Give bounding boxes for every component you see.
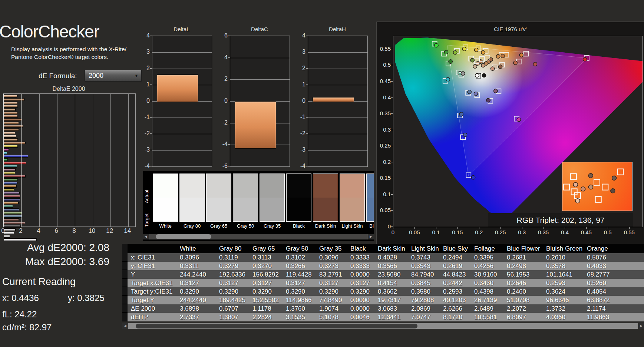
deltae-bar <box>4 168 16 171</box>
measured-marker <box>498 65 502 69</box>
deltae-bar <box>4 108 16 111</box>
deltae-bar <box>4 205 13 208</box>
measured-marker <box>588 185 593 189</box>
table-cell: 0.4256 <box>471 262 503 270</box>
scroll-right-button[interactable]: ▶ <box>368 234 374 239</box>
table-cell: 0.3743 <box>408 253 440 262</box>
measured-marker <box>486 98 490 102</box>
y-tick-mark <box>306 150 308 150</box>
deltah-title: DeltaH <box>308 26 367 32</box>
table-cell: 0.3119 <box>216 253 249 262</box>
deltac-chart <box>230 36 290 167</box>
target-marker <box>571 189 577 195</box>
table-cell: 0.3430 <box>471 279 503 287</box>
y-tick-label: 4 <box>140 32 150 39</box>
cie-x-tick-mark <box>501 227 501 229</box>
table-cell: 101.1641 <box>543 270 584 279</box>
x-tick-label: 2 <box>13 227 28 235</box>
table-cell: 40.1203 <box>440 296 471 304</box>
table-cell: 96.6346 <box>543 296 584 304</box>
table-cell: 0.2593 <box>440 287 471 296</box>
y-tick-label: 6 <box>218 32 228 39</box>
table-scrollbar[interactable]: ◀▶ <box>122 323 644 329</box>
color-swatch <box>206 174 231 222</box>
cie-y-tick-mark <box>391 146 393 146</box>
deltae-bar <box>4 158 8 161</box>
page-title: ColorChecker <box>0 22 99 42</box>
scroll-left-button[interactable]: ◀ <box>122 323 128 329</box>
table-cell: 84.7940 <box>408 270 440 279</box>
row-label: y: CIE31 <box>128 262 176 270</box>
deltae-bar <box>4 142 26 144</box>
row-stub <box>122 253 128 262</box>
scrollbar-thumb[interactable] <box>136 324 417 328</box>
current-cdm2: cd/m²: 82.97 <box>2 322 52 333</box>
y-tick-mark <box>228 36 230 36</box>
cie-inset-svg <box>562 162 631 210</box>
table-cell: 0.4033 <box>584 262 644 270</box>
cie-y-tick-mark <box>391 162 393 162</box>
gridline <box>308 52 367 53</box>
gridline <box>308 69 367 69</box>
scrollbar-track[interactable] <box>128 323 638 329</box>
current-fl: fL: 24.22 <box>2 309 37 320</box>
table-cell: 0.3096 <box>176 253 216 262</box>
swatch-label: Light Skin <box>340 223 365 229</box>
deltae-bar <box>4 115 18 118</box>
table-cell: 56.1953 <box>503 270 543 279</box>
y-tick-mark <box>150 36 152 36</box>
table-cell: 44.8423 <box>440 270 471 279</box>
cie-x-tick-label: 0.45 <box>579 229 594 235</box>
measured-marker <box>461 72 465 75</box>
table-cell: 0.3290 <box>347 287 374 296</box>
table-cell: 0.3290 <box>316 287 347 296</box>
swatch-label: Gray 50 <box>233 223 258 229</box>
scrollbar-track[interactable] <box>149 234 368 239</box>
swatch-scrollbar[interactable]: ◀▶ <box>143 234 374 239</box>
row-stub <box>122 304 128 313</box>
table-cell: 0.3127 <box>283 279 316 287</box>
table-cell: 0.2494 <box>440 253 471 262</box>
measured-marker <box>611 189 615 193</box>
scroll-right-button[interactable]: ▶ <box>638 323 644 329</box>
table-cell: 0.3290 <box>176 287 216 296</box>
swatch-target <box>287 198 311 221</box>
measured-marker <box>491 67 494 70</box>
cie-y-tick-label: 0.5 <box>377 62 391 68</box>
scroll-left-button[interactable]: ◀ <box>143 234 149 239</box>
scrollbar-thumb[interactable] <box>156 234 211 239</box>
de-formula-dropdown[interactable]: 2000 ▼ <box>85 70 142 82</box>
measured-marker <box>517 118 521 122</box>
column-header: Orange <box>584 244 644 253</box>
gridline <box>128 94 129 227</box>
swatch-target <box>180 198 204 221</box>
row-stub <box>122 296 128 304</box>
measured-marker <box>449 60 452 63</box>
column-header: Foliage <box>471 244 503 253</box>
table-cell: 0.2646 <box>503 279 543 287</box>
cie-x-tick-mark <box>458 227 458 229</box>
gridline <box>152 118 212 118</box>
current-reading-label: Current Reading <box>2 276 76 288</box>
row-label: Target x:CIE31 <box>128 279 176 287</box>
row-label: Y <box>128 270 176 279</box>
table-cell: 3.1535 <box>283 313 316 321</box>
y-tick-mark <box>228 57 230 58</box>
gridline <box>230 79 290 80</box>
table-cell: 119.4428 <box>283 270 316 279</box>
cie-x-tick-mark <box>393 227 393 229</box>
description: Display analysis is performed with the X… <box>11 45 141 61</box>
de-formula-value: 2000 <box>85 72 132 80</box>
deltae-bar <box>4 235 10 238</box>
table-cell: 2.0869 <box>408 304 440 313</box>
table-cell: 5.1078 <box>316 313 347 321</box>
cie-y-tick-label: 0.25 <box>377 143 391 149</box>
column-header: Dark Skin <box>374 244 408 253</box>
gridline <box>39 94 40 227</box>
y-tick-label: 0 <box>140 98 150 104</box>
swatch-actual <box>180 174 204 198</box>
table-cell: 0.2619 <box>440 262 471 270</box>
y-tick-mark <box>150 52 152 52</box>
color-swatch <box>286 174 311 222</box>
cie-x-tick-label: 0 <box>386 229 400 235</box>
